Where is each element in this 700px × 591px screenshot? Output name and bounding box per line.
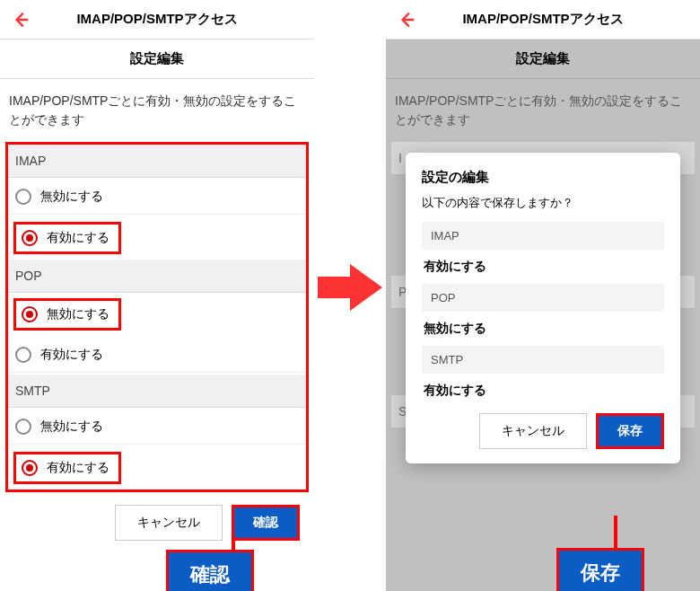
confirm-button[interactable]: 確認 [232,505,300,541]
dialog-field-label: SMTP [422,346,664,374]
description-text: IMAP/POP/SMTPごとに有効・無効の設定をすることができます [386,79,700,142]
radio-imap-enable[interactable]: 有効にする [13,222,121,254]
dialog-field-value: 有効にする [422,377,664,408]
radio-icon [15,419,31,435]
dialog-subtitle: 以下の内容で保存しますか？ [422,195,664,211]
page-title: IMAP/POP/SMTPアクセス [11,11,303,28]
dialog-field-label: IMAP [422,222,664,250]
subheader: 設定編集 [386,40,700,79]
section-header-imap: IMAP [8,145,306,178]
screen-settings-edit: IMAP/POP/SMTPアクセス 設定編集 IMAP/POP/SMTPごとに有… [0,0,314,591]
dialog-button-row: キャンセル 保存 [422,413,664,449]
radio-icon [15,189,31,205]
radio-label: 無効にする [40,189,103,205]
callout-confirm: 確認 [166,550,254,591]
header: IMAP/POP/SMTPアクセス [0,0,314,40]
radio-pop-enable[interactable]: 有効にする [8,338,306,373]
dialog-field-value: 無効にする [422,315,664,346]
radio-label: 有効にする [47,230,109,246]
dialog-save-button[interactable]: 保存 [596,413,664,449]
button-row: キャンセル 確認 [0,492,314,541]
dialog-field-label: POP [422,284,664,312]
section-header-smtp: SMTP [8,375,306,408]
radio-icon [22,460,38,476]
section-header-pop: POP [8,260,306,293]
confirm-dialog: 設定の編集 以下の内容で保存しますか？ IMAP 有効にする POP 無効にする… [406,153,680,463]
radio-icon [22,230,38,246]
radio-pop-disable[interactable]: 無効にする [13,298,121,331]
description-text: IMAP/POP/SMTPごとに有効・無効の設定をすることができます [0,79,314,142]
radio-icon [15,347,31,363]
cancel-button[interactable]: キャンセル [115,505,223,541]
header: IMAP/POP/SMTPアクセス [386,0,700,40]
dialog-cancel-button[interactable]: キャンセル [479,413,587,449]
dialog-title: 設定の編集 [422,169,664,186]
page-title: IMAP/POP/SMTPアクセス [397,11,689,28]
radio-label: 有効にする [40,347,103,363]
radio-label: 無効にする [47,306,109,322]
radio-smtp-disable[interactable]: 無効にする [8,410,306,445]
callout-connector [614,516,617,550]
subheader: 設定編集 [0,40,314,79]
radio-smtp-enable[interactable]: 有効にする [13,452,121,484]
radio-imap-disable[interactable]: 無効にする [8,180,306,215]
dialog-field-value: 有効にする [422,253,664,284]
callout-save: 保存 [556,548,644,591]
protocol-settings-list: IMAP 無効にする 有効にする POP 無効にする [5,142,309,492]
radio-label: 無効にする [40,419,103,435]
radio-icon [22,306,38,322]
screen-confirm-dialog: IMAP/POP/SMTPアクセス 設定編集 IMAP/POP/SMTPごとに有… [386,0,700,591]
radio-label: 有効にする [47,460,109,476]
transition-arrow-icon [318,260,382,314]
